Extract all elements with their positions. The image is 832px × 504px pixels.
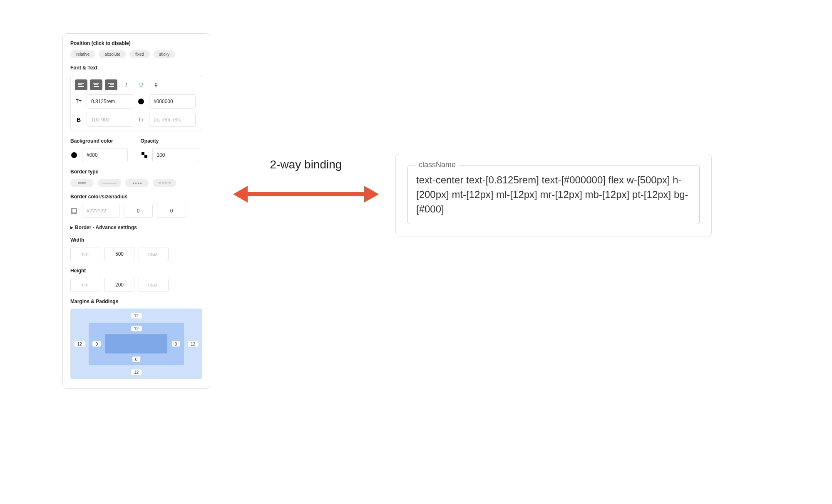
border-none-pill[interactable]: none [70, 179, 94, 187]
font-size-input[interactable] [87, 94, 133, 109]
binding-label: 2-way binding [229, 158, 383, 171]
padding-top-value[interactable]: 12 [131, 326, 142, 331]
box-model-visualizer: 12 12 12 12 12 0 0 0 [70, 309, 202, 379]
margin-top-value[interactable]: 12 [131, 313, 142, 319]
double-arrow-icon [233, 180, 379, 209]
border-type-section: Border type none [70, 169, 202, 187]
linethrough-button[interactable]: E [150, 79, 162, 90]
margin-right-value[interactable]: 12 [188, 341, 198, 347]
height-label: Height [70, 268, 202, 274]
height-input[interactable] [104, 278, 134, 292]
bg-color-input[interactable] [82, 148, 128, 162]
max-height-input[interactable] [139, 278, 169, 292]
min-width-input[interactable] [70, 247, 100, 261]
opacity-input[interactable] [152, 148, 198, 162]
min-height-input[interactable] [70, 278, 100, 292]
bg-color-swatch[interactable] [70, 152, 78, 158]
bold-icon: B [75, 116, 82, 123]
align-center-button[interactable] [90, 79, 102, 90]
line-height-icon: T↕ [137, 117, 145, 123]
svg-marker-1 [233, 186, 248, 203]
position-relative-pill[interactable]: relative [70, 50, 95, 58]
border-advanced-toggle[interactable]: ▶ Border - Advance settings [70, 225, 202, 230]
line-height-input[interactable] [149, 113, 196, 127]
font-text-section: Font & Text I U E Tᴛ [70, 65, 202, 131]
bg-label: Background color [70, 138, 132, 144]
border-type-label: Border type [70, 169, 202, 175]
margin-left-value[interactable]: 12 [75, 341, 85, 347]
font-text-label: Font & Text [70, 65, 202, 71]
opacity-checker-icon [141, 152, 148, 158]
border-size-input[interactable] [124, 204, 153, 218]
text-color-swatch[interactable] [137, 99, 145, 104]
border-solid-pill[interactable] [98, 179, 121, 187]
underline-button[interactable]: U [135, 79, 147, 90]
text-color-input[interactable] [149, 94, 196, 109]
padding-bottom-value[interactable]: 0 [132, 357, 141, 362]
binding-arrow: 2-way binding [229, 158, 383, 210]
classname-card: className text-center text-[0.8125rem] t… [395, 154, 712, 237]
align-left-button[interactable] [75, 79, 87, 90]
classname-output[interactable]: text-center text-[0.8125rem] text-[#0000… [416, 173, 691, 216]
border-color-swatch-icon[interactable] [70, 208, 78, 214]
style-panel: Position (click to disable) relative abs… [62, 33, 210, 389]
position-absolute-pill[interactable]: absolute [99, 50, 126, 58]
margins-paddings-section: Margins & Paddings 12 12 12 12 12 0 0 0 [70, 299, 202, 379]
bg-opacity-section: Background color Opacity [70, 138, 202, 162]
width-input[interactable] [104, 247, 134, 261]
height-section: Height [70, 268, 202, 292]
opacity-label: Opacity [141, 138, 203, 144]
border-radius-input[interactable] [157, 204, 186, 218]
classname-legend: className [415, 161, 459, 169]
border-csr-label: Border color/size/radius [70, 194, 202, 200]
classname-fieldset: className text-center text-[0.8125rem] t… [407, 165, 700, 224]
border-advanced-label: Border - Advance settings [75, 225, 137, 230]
position-section: Position (click to disable) relative abs… [70, 40, 202, 58]
border-advanced-section: ▶ Border - Advance settings [70, 225, 202, 230]
width-section: Width [70, 237, 202, 261]
italic-button[interactable]: I [120, 79, 132, 90]
border-csr-section: Border color/size/radius [70, 194, 202, 218]
svg-marker-2 [364, 186, 379, 203]
position-fixed-pill[interactable]: fixed [129, 50, 150, 58]
position-sticky-pill[interactable]: sticky [153, 50, 175, 58]
border-dashed-pill[interactable] [153, 179, 176, 187]
margin-bottom-value[interactable]: 12 [131, 370, 142, 375]
border-dotted-pill[interactable] [125, 179, 149, 187]
width-label: Width [70, 237, 202, 243]
align-right-button[interactable] [105, 79, 117, 90]
caret-right-icon: ▶ [70, 225, 73, 230]
font-size-icon: Tᴛ [75, 99, 82, 104]
padding-left-value[interactable]: 0 [93, 341, 101, 347]
border-color-input[interactable] [82, 204, 119, 218]
padding-right-value[interactable]: 0 [172, 341, 180, 347]
position-label: Position (click to disable) [70, 40, 202, 46]
font-weight-input[interactable] [87, 113, 133, 127]
max-width-input[interactable] [139, 247, 169, 261]
content-box [105, 334, 167, 353]
margins-paddings-label: Margins & Paddings [70, 299, 202, 304]
